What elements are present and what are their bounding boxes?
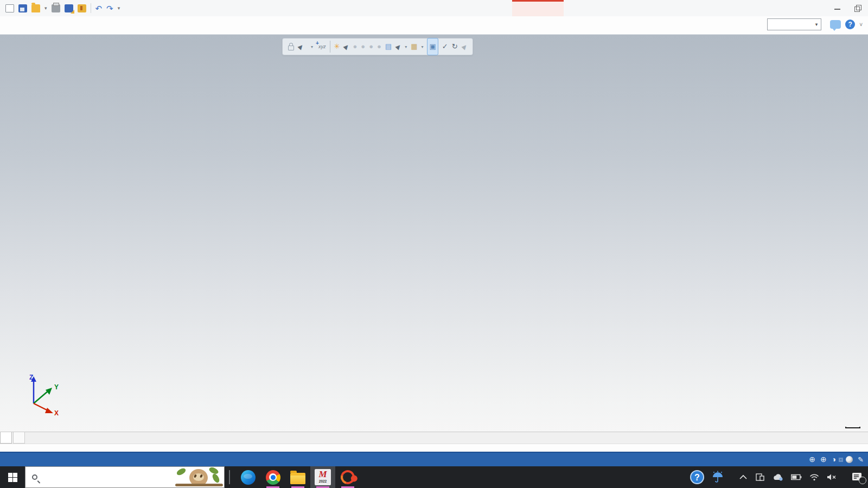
redo-icon[interactable]: ↷ — [106, 4, 113, 12]
search-icon — [32, 474, 37, 480]
plane-mask-icon[interactable]: ● — [353, 38, 357, 55]
toolbar-divider — [91, 3, 91, 13]
feedback-icon[interactable] — [830, 20, 841, 29]
lock-icon[interactable] — [288, 46, 294, 50]
edge-icon — [241, 470, 256, 485]
device-icon[interactable] — [755, 473, 765, 481]
battery-icon[interactable] — [791, 474, 802, 480]
restore-button[interactable] — [854, 5, 860, 11]
folder-icon — [290, 473, 305, 484]
windows-taskbar: M2022 ? — [0, 466, 868, 488]
last-select-icon[interactable]: ▶ — [457, 40, 471, 53]
box-mask-icon[interactable]: ● — [377, 38, 381, 55]
axis-z-label: Z — [29, 374, 33, 381]
save-as-icon[interactable] — [65, 4, 73, 12]
save-icon[interactable] — [18, 4, 27, 12]
cylinder-mask-icon[interactable]: ● — [369, 38, 373, 55]
edit-appearance-icon[interactable]: ✎ — [858, 455, 864, 464]
grid-select-icon[interactable]: ▦ — [411, 38, 417, 55]
undo-icon[interactable]: ↶ — [95, 4, 103, 12]
gnomon-cplane-icon[interactable]: ⊕ — [820, 453, 827, 466]
pointer-icon[interactable]: ▶ — [340, 40, 353, 53]
ribbon-tab-row — [0, 16, 868, 35]
preset-dropdown[interactable]: ▾ — [767, 18, 821, 30]
customize-toolbar-caret[interactable]: ▾ — [118, 5, 120, 11]
spacer — [0, 444, 868, 452]
viewsheet-tab[interactable] — [0, 432, 12, 444]
gnomon-tplane-icon[interactable]: ◑ — [832, 453, 836, 466]
taskbar-app-recorder[interactable] — [335, 466, 360, 488]
taskbar-app-edge[interactable] — [235, 466, 260, 488]
wifi-icon[interactable] — [809, 473, 819, 481]
window-select-caret[interactable]: ▾ — [405, 44, 407, 49]
viewsheet-bar — [0, 432, 868, 444]
start-button[interactable] — [0, 466, 25, 488]
collapse-ribbon-icon[interactable]: ˅ — [859, 22, 863, 28]
search-highlight-image[interactable] — [175, 467, 223, 487]
select-cursor-icon[interactable]: ▶ — [294, 40, 308, 53]
window-title — [0, 0, 868, 16]
open-dropdown-caret[interactable]: ▾ — [44, 5, 47, 11]
onedrive-cloud-icon[interactable] — [773, 473, 783, 481]
action-center-icon[interactable] — [852, 472, 863, 482]
new-file-icon[interactable] — [5, 4, 14, 12]
selection-toolbar: ▶ ▾ xyz ✳ ▶ ● ● ● ● ▤ ▶ ▾ ▦ ▾ ▣ ✓ ↻ ▶ — [282, 38, 473, 55]
rain-umbrella-icon — [712, 471, 724, 484]
status-bar: ⊕ ⊕ ◑ ✎ — [0, 452, 868, 466]
axis-x-label: X — [54, 409, 59, 415]
taskbar-app-chrome[interactable] — [260, 466, 285, 488]
gnomon-wcs-icon[interactable]: ⊕ — [809, 453, 815, 466]
recorder-icon — [338, 467, 358, 487]
open-file-icon[interactable] — [31, 4, 40, 12]
taskbar-divider — [229, 470, 230, 484]
shading-off-icon[interactable] — [846, 456, 853, 463]
help-icon[interactable]: ? — [845, 20, 855, 29]
scale-widget — [845, 427, 860, 428]
volume-muted-icon[interactable] — [827, 473, 837, 481]
chevron-down-icon: ▾ — [815, 22, 818, 27]
title-bar: ▾ ↶ ↷ ▾ — [0, 0, 868, 16]
zip-folder-icon[interactable] — [78, 4, 86, 12]
quick-access-toolbar: ▾ ↶ ↷ ▾ — [0, 0, 120, 16]
model-scene[interactable] — [0, 35, 868, 432]
print-icon[interactable] — [52, 4, 60, 12]
axis-gizmo: Z Y X — [15, 373, 69, 415]
grid-select-caret[interactable]: ▾ — [421, 44, 423, 49]
toolbar-divider — [330, 41, 330, 53]
help-tray-icon[interactable]: ? — [690, 470, 704, 484]
axis-y-label: Y — [54, 383, 59, 391]
tray-chevron-up-icon[interactable] — [739, 474, 748, 480]
chrome-icon — [266, 470, 280, 485]
rotate-gview-icon[interactable]: ↻ — [452, 38, 458, 55]
autocursor-caret[interactable]: ▾ — [311, 44, 313, 49]
taskbar-app-explorer[interactable] — [285, 466, 310, 488]
validate-select-icon[interactable]: ✓ — [442, 38, 448, 55]
minimize-button[interactable] — [834, 5, 840, 11]
xyz-entry-icon[interactable]: xyz — [317, 44, 326, 49]
mastercam-icon: M2022 — [315, 469, 331, 485]
graphics-viewport[interactable]: ▶ ▾ xyz ✳ ▶ ● ● ● ● ▤ ▶ ▾ ▦ ▾ ▣ ✓ ↻ ▶ Z … — [0, 35, 868, 432]
window-select-icon[interactable]: ▶ — [392, 40, 405, 53]
taskbar-search[interactable] — [25, 466, 225, 488]
document-select-icon[interactable]: ▤ — [385, 38, 392, 55]
gear-icon[interactable]: ✳ — [334, 38, 340, 55]
contextual-group-label — [512, 0, 564, 16]
notification-count-badge — [859, 477, 866, 484]
sphere-mask-icon[interactable]: ● — [361, 38, 365, 55]
highlight-select-icon[interactable]: ▣ — [427, 38, 438, 55]
windows-logo-icon — [8, 473, 17, 482]
scale-value — [845, 427, 860, 428]
taskbar-app-mastercam[interactable]: M2022 — [310, 466, 335, 488]
add-viewsheet-button[interactable] — [13, 432, 25, 444]
search-input[interactable] — [43, 473, 157, 482]
